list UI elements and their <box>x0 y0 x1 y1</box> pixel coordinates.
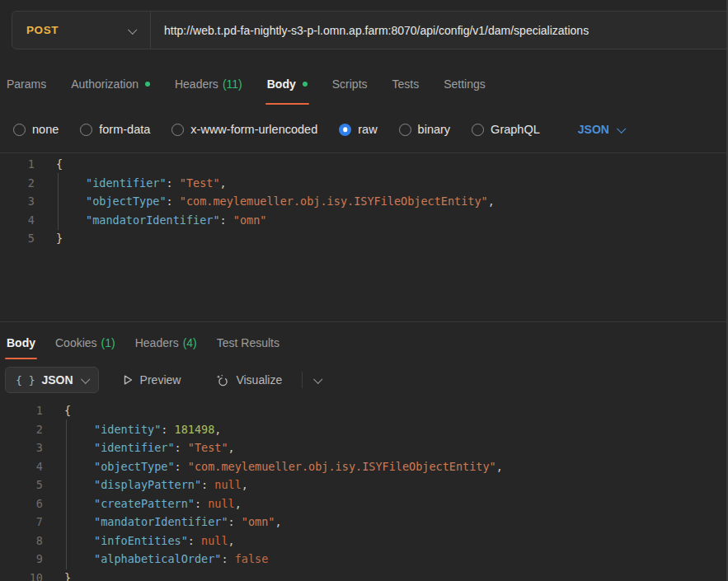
line-number: 5 <box>0 229 35 248</box>
request-bar: POST http://web.t.pd-fa-nightly-s3-p-l.o… <box>0 11 726 62</box>
chevron-down-icon <box>617 124 626 134</box>
radio-none[interactable]: none <box>13 123 59 136</box>
code-line: 5"displayPattern": null, <box>0 476 726 494</box>
line-number: 1 <box>0 401 43 420</box>
format-label: JSON <box>41 373 73 387</box>
radio-x-www-form-urlencoded[interactable]: x-www-form-urlencoded <box>171 123 317 136</box>
code-line: 3"identifier": "Test", <box>0 438 726 457</box>
response-body-viewer[interactable]: 1{2"identity": 181498,3"identifier": "Te… <box>0 396 726 581</box>
preview-label: Preview <box>140 373 181 387</box>
code-line: 9"alphabeticalOrder": false <box>0 550 726 569</box>
tab-label: Body <box>7 336 35 349</box>
code-line: 2"identity": 181498, <box>0 420 726 439</box>
line-number: 4 <box>0 457 43 476</box>
radio-raw[interactable]: raw <box>339 123 377 136</box>
radio-form-data[interactable]: form-data <box>80 123 150 136</box>
raw-format-selector[interactable]: JSON <box>578 123 624 136</box>
line-number: 4 <box>0 211 35 230</box>
response-toolbar: { } JSON Preview Visualize <box>0 363 726 396</box>
method-label: POST <box>26 24 59 36</box>
url-input[interactable]: http://web.t.pd-fa-nightly-s3-p-l.omn.ap… <box>151 12 728 49</box>
response-tab-body[interactable]: Body <box>7 322 35 363</box>
response-section: Body Cookies (1) Headers (4) Test Result… <box>0 321 726 581</box>
line-number: 8 <box>0 532 43 551</box>
radio-selected-icon <box>339 124 351 136</box>
visualize-button[interactable]: Visualize <box>215 373 282 387</box>
tab-body[interactable]: Body <box>267 62 308 106</box>
tab-label: Scripts <box>332 77 368 91</box>
tab-label: Body <box>267 77 296 91</box>
tab-tests[interactable]: Tests <box>392 62 420 106</box>
code-line: 4"mandatorIdentifier": "omn" <box>0 211 726 230</box>
body-type-row: none form-data x-www-form-urlencoded raw… <box>0 106 726 152</box>
braces-icon: { } <box>16 374 35 387</box>
code-line: 4"objectType": "com.meylemueller.obj.isy… <box>0 457 726 476</box>
radio-binary[interactable]: binary <box>399 123 451 136</box>
radio-icon <box>171 124 184 136</box>
radio-label: none <box>32 123 59 136</box>
code-line: 10} <box>0 569 726 581</box>
divider <box>302 372 303 388</box>
chevron-down-icon <box>128 25 137 34</box>
response-tab-cookies[interactable]: Cookies (1) <box>55 322 115 363</box>
play-icon <box>122 374 134 386</box>
tab-settings[interactable]: Settings <box>444 62 486 106</box>
request-tabs: Params Authorization Headers (11) Body S… <box>0 62 726 106</box>
tab-label: Test Results <box>217 336 279 349</box>
response-tab-headers[interactable]: Headers (4) <box>135 322 197 363</box>
radio-icon <box>399 124 411 136</box>
line-number: 1 <box>0 155 35 174</box>
code-line: 6"createPattern": null, <box>0 494 726 513</box>
radio-label: GraphQL <box>491 123 540 136</box>
visualize-label: Visualize <box>236 373 282 387</box>
tab-label: Cookies <box>55 336 97 349</box>
request-url-box: POST http://web.t.pd-fa-nightly-s3-p-l.o… <box>12 11 728 49</box>
tab-label: Tests <box>392 77 420 91</box>
code-line: 1{ <box>0 401 726 420</box>
tab-label: Authorization <box>71 77 139 91</box>
format-label: JSON <box>578 123 609 136</box>
magic-wand-icon <box>215 373 229 387</box>
line-number: 3 <box>0 192 35 211</box>
line-number: 2 <box>0 174 35 193</box>
line-number: 6 <box>0 494 43 513</box>
line-number: 10 <box>0 569 43 581</box>
tab-scripts[interactable]: Scripts <box>332 62 368 106</box>
tab-count-badge: (4) <box>183 336 197 349</box>
tab-count-badge: (1) <box>101 336 115 349</box>
tab-label: Headers <box>175 77 218 91</box>
postman-request-view: { "request_bar": { "method": "POST", "ur… <box>0 0 728 581</box>
line-number: 5 <box>0 476 43 494</box>
chevron-down-icon[interactable] <box>313 375 322 384</box>
green-dot-indicator <box>303 82 308 87</box>
tab-count-badge: (11) <box>223 77 242 91</box>
radio-label: raw <box>358 123 377 136</box>
radio-icon <box>13 124 26 136</box>
radio-icon <box>80 124 92 136</box>
tab-label: Headers <box>135 336 179 349</box>
preview-button[interactable]: Preview <box>122 373 181 387</box>
response-tabs: Body Cookies (1) Headers (4) Test Result… <box>0 322 726 363</box>
method-selector[interactable]: POST <box>12 12 150 49</box>
green-dot-indicator <box>145 82 150 87</box>
code-line: 7"mandatorIdentifier": "omn", <box>0 513 726 532</box>
response-tab-test-results[interactable]: Test Results <box>217 322 279 363</box>
code-line: 1{ <box>0 155 726 174</box>
code-line: 2"identifier": "Test", <box>0 174 726 193</box>
response-format-dropdown[interactable]: { } JSON <box>5 367 99 393</box>
tab-label: Settings <box>444 77 486 91</box>
tab-params[interactable]: Params <box>7 62 46 106</box>
radio-icon <box>472 124 484 136</box>
tab-label: Params <box>7 77 46 91</box>
line-number: 9 <box>0 550 43 569</box>
line-number: 2 <box>0 420 43 439</box>
radio-label: x-www-form-urlencoded <box>190 123 317 136</box>
tab-authorization[interactable]: Authorization <box>71 62 150 106</box>
chevron-down-icon <box>81 375 90 384</box>
tab-headers[interactable]: Headers (11) <box>175 62 242 106</box>
radio-label: form-data <box>99 123 150 136</box>
code-line: 5} <box>0 229 726 248</box>
radio-label: binary <box>418 123 451 136</box>
request-body-editor[interactable]: 1{2"identifier": "Test",3"objectType": "… <box>0 152 726 321</box>
radio-graphql[interactable]: GraphQL <box>472 123 540 136</box>
